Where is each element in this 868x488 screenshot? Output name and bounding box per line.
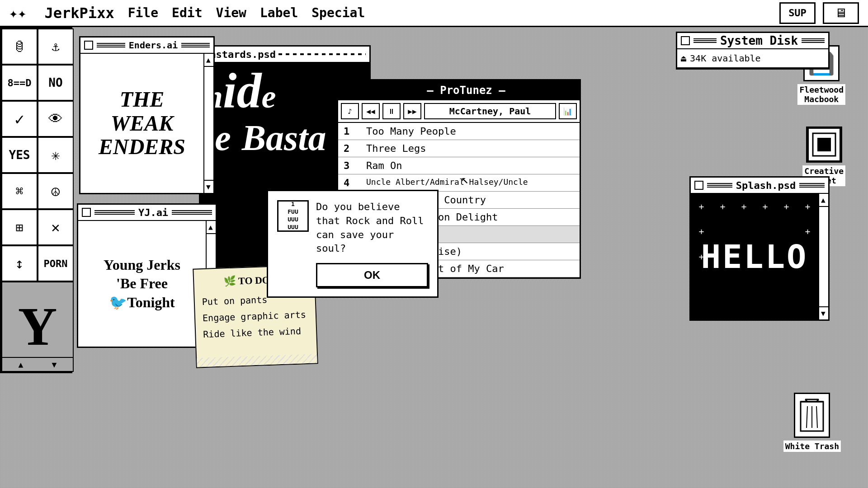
track-2[interactable]: 2 Three Legs <box>338 140 580 157</box>
splash-scroll-down[interactable]: ▼ <box>819 306 828 319</box>
svg-rect-1 <box>817 138 831 151</box>
chart-btn[interactable]: 📊 <box>559 103 577 119</box>
artist-name: McCartney, Paul <box>424 103 556 119</box>
svg-line-7 <box>807 406 807 428</box>
music-note-btn[interactable]: ♪ <box>341 103 359 119</box>
no-button[interactable]: NO <box>38 65 74 101</box>
y-preview: Y ▲ ▼ <box>1 282 74 372</box>
track-4[interactable]: 4 Uncle Albert/Admiral Halsey/Uncle <box>338 174 580 192</box>
track-num-2: 2 <box>344 143 357 154</box>
track-num-4: 4 <box>344 177 357 188</box>
menu-label[interactable]: Label <box>260 5 298 20</box>
protunez-titlebar[interactable]: – ProTunez – <box>338 80 580 100</box>
cross-icon[interactable]: ✕ <box>38 209 74 245</box>
todo-item-3: Ride like the wind <box>203 323 309 343</box>
apple-menu[interactable]: ✦✦ <box>9 5 27 22</box>
splash-titlebar[interactable]: Splash.psd <box>691 178 828 194</box>
splash-window: Splash.psd + + + + + + + <box>689 176 830 321</box>
splash-content: + + + + + + + + + HELLO <box>691 194 818 319</box>
protunez-title: – ProTunez – <box>427 84 505 97</box>
yes-button[interactable]: YES <box>1 137 38 173</box>
menu-file[interactable]: File <box>128 5 158 20</box>
yj-content: Young Jerks'Be Free🐦Tonight <box>96 249 188 319</box>
system-disk-titlebar[interactable]: System Disk <box>677 33 828 49</box>
system-disk-info: ⏏ 34K available <box>677 49 828 68</box>
splash-scroll-up[interactable]: ▲ <box>819 194 828 207</box>
monitor-button[interactable]: 🖥 <box>823 2 859 24</box>
app-name: JerkPixx <box>45 5 114 22</box>
desktop: ✦✦ JerkPixx File Edit View Label Special… <box>0 0 868 488</box>
protunez-close[interactable] <box>412 86 421 95</box>
lasso-icon[interactable]: ⌘ <box>1 173 38 209</box>
system-disk-window: System Disk ⏏ 34K available <box>676 32 830 70</box>
yj-scroll-up[interactable]: ▲ <box>207 221 216 234</box>
updown-icon[interactable]: ↕ <box>1 245 38 282</box>
enders-scroll-down[interactable]: ▼ <box>204 180 213 193</box>
enders-scroll-up[interactable]: ▲ <box>204 54 213 67</box>
menu-view[interactable]: View <box>216 5 246 20</box>
scroll-up[interactable]: ▲ <box>19 360 24 369</box>
dialog-content: Do you believe that Rock and Roll can sa… <box>316 200 428 287</box>
svg-line-9 <box>816 406 817 428</box>
track-title-4: Uncle Albert/Admiral Halsey/Uncle <box>366 177 528 188</box>
menu-edit[interactable]: Edit <box>172 5 202 20</box>
eye-icon[interactable]: 👁 <box>38 101 74 137</box>
fleetwood-macbook-label: FleetwoodMacbook <box>797 84 845 105</box>
rewind-btn[interactable]: ◀◀ <box>362 103 380 119</box>
menu-special[interactable]: Special <box>311 5 365 20</box>
splash-text: HELLO <box>701 238 808 276</box>
yj-title: YJ.ai <box>138 207 168 218</box>
track-1[interactable]: 1 Too Many People <box>338 123 580 140</box>
bastards-titlebar[interactable]: Bastards.psd <box>200 47 369 63</box>
white-trash-icon[interactable]: White Trash <box>783 393 841 452</box>
forward-btn[interactable]: ▶▶ <box>403 103 421 119</box>
check-icon[interactable]: ✓ <box>1 101 38 137</box>
track-3[interactable]: 3 Ram On <box>338 157 580 174</box>
creative-sweet-image <box>806 127 842 163</box>
barrel-icon[interactable]: 🛢 <box>1 28 38 65</box>
splash-title: Splash.psd <box>736 180 796 191</box>
yj-close[interactable] <box>82 208 91 217</box>
left-toolbar: 🛢 ⚓ 8==D NO ✓ 👁 YES ✳ ⌘ ☮ ⊞ ✕ ↕ PORN Y ▲… <box>0 27 72 373</box>
menubar: ✦✦ JerkPixx File Edit View Label Special… <box>0 0 868 27</box>
splash-close[interactable] <box>694 181 703 190</box>
scroll-down[interactable]: ▼ <box>52 360 57 369</box>
white-trash-image <box>794 393 830 438</box>
track-title-3: Ram On <box>366 160 402 171</box>
tool-8d[interactable]: 8==D <box>1 65 38 101</box>
pause-btn[interactable]: ⏸ <box>382 103 401 119</box>
anchor-icon[interactable]: ⚓ <box>38 28 74 65</box>
enders-close[interactable] <box>84 41 93 50</box>
system-disk-title: System Disk <box>720 34 798 47</box>
todo-list: Put on pants Engage graphic arts Ride li… <box>202 290 309 343</box>
dialog-message: Do you believe that Rock and Roll can sa… <box>316 200 428 256</box>
available-text: 34K available <box>690 53 761 64</box>
sup-button[interactable]: SUP <box>779 2 816 24</box>
enders-content: THEWEAKENDERS <box>90 79 194 168</box>
dialog-icon: 1FUUUUUUUU <box>277 200 309 232</box>
track-title-2: Three Legs <box>366 143 426 154</box>
dialog-box: 1FUUUUUUUU Do you believe that Rock and … <box>267 190 439 298</box>
enders-title: Enders.ai <box>129 40 178 51</box>
porn-button[interactable]: PORN <box>38 245 74 282</box>
enders-window: Enders.ai THEWEAKENDERS ▲ ▼ <box>79 36 215 194</box>
yj-titlebar[interactable]: YJ.ai <box>78 205 216 221</box>
track-num-1: 1 <box>344 126 357 137</box>
track-title-1: Too Many People <box>366 126 456 137</box>
white-trash-label: White Trash <box>783 441 841 452</box>
protunez-controls: ♪ ◀◀ ⏸ ▶▶ McCartney, Paul 📊 <box>338 100 580 123</box>
grid-icon[interactable]: ⊞ <box>1 209 38 245</box>
eject-icon[interactable]: ⏏ <box>681 53 686 64</box>
peace-icon[interactable]: ☮ <box>38 173 74 209</box>
enders-titlebar[interactable]: Enders.ai <box>80 38 213 54</box>
arrows-up-icon[interactable]: ✳ <box>38 137 74 173</box>
dialog-ok-button[interactable]: OK <box>316 263 428 287</box>
track-num-3: 3 <box>344 160 357 171</box>
system-disk-close[interactable] <box>681 36 690 45</box>
